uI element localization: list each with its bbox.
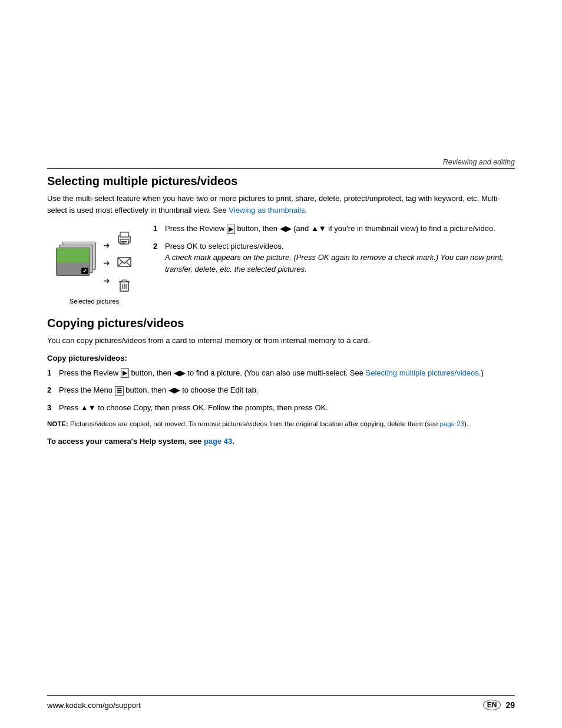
copy-step-3: 3 Press ▲▼ to choose Copy, then press OK… [47,402,515,414]
copy-step-content-3: Press ▲▼ to choose Copy, then press OK. … [59,402,515,414]
bottom-divider [47,695,515,696]
step-number-2: 2 [153,241,165,252]
trash-icon [116,277,133,294]
note-text: NOTE: Pictures/videos are copied, not mo… [47,419,515,429]
checkmark-icon: ✓ [81,268,88,274]
copying-heading: Copying pictures/videos [47,316,515,330]
en-badge: EN [483,700,501,710]
viewing-thumbnails-link[interactable]: Viewing as thumbnails [229,206,305,215]
multiselect-layout: ✓ ➜ ➜ ➜ [47,223,515,305]
section-label: Reviewing and editing [443,158,515,166]
steps-area: 1 Press the Review ▶ button, then ◀▶ (an… [153,223,515,281]
arrow-3: ➜ [103,276,110,285]
copy-step-number-3: 3 [47,402,59,414]
arrows-column: ➜ ➜ ➜ [103,236,110,285]
diagram-graphic: ✓ ➜ ➜ ➜ [56,228,133,294]
step-content-2: Press OK to select pictures/videos. A ch… [165,241,515,275]
selecting-intro: Use the multi-select feature when you ha… [47,193,515,216]
step-2-italic: A check mark appears on the picture. (Pr… [165,252,515,275]
copy-subheading: Copy pictures/videos: [47,354,515,363]
selecting-heading: Selecting multiple pictures/videos [47,174,515,188]
svg-rect-3 [121,241,127,242]
selecting-section: Selecting multiple pictures/videos Use t… [47,174,515,305]
diagram-area: ✓ ➜ ➜ ➜ [47,223,141,305]
copy-step-content-1: Press the Review ▶ button, then ◀▶ to fi… [59,367,515,379]
step-1: 1 Press the Review ▶ button, then ◀▶ (an… [153,223,515,235]
page-number: 29 [505,700,515,710]
copying-steps: 1 Press the Review ▶ button, then ◀▶ to … [47,367,515,414]
svg-rect-4 [121,243,125,244]
selecting-link[interactable]: Selecting multiple pictures/videos [366,368,479,377]
envelope-icon [116,253,133,270]
step-number-1: 1 [153,223,165,235]
menu-button-icon: ☰ [115,386,124,396]
icons-column [116,228,133,294]
arrow-1: ➜ [103,241,110,250]
review-button-icon-2: ▶ [121,368,129,378]
page43-link[interactable]: page 43 [204,437,232,446]
main-content: Selecting multiple pictures/videos Use t… [47,174,515,447]
copy-step-number-1: 1 [47,367,59,379]
page-wrapper: Reviewing and editing Selecting multiple… [0,0,562,728]
step-2: 2 Press OK to select pictures/videos. A … [153,241,515,275]
copy-step-number-2: 2 [47,384,59,396]
diagram-label: Selected pictures [70,297,119,305]
photo-stack: ✓ [56,242,97,280]
copy-step-1: 1 Press the Review ▶ button, then ◀▶ to … [47,367,515,379]
access-help: To access your camera's Help system, see… [47,436,515,447]
copy-step-2: 2 Press the Menu ☰ button, then ◀▶ to ch… [47,384,515,396]
photo-inner: ✓ [57,248,90,275]
copy-step-content-2: Press the Menu ☰ button, then ◀▶ to choo… [59,384,515,396]
page23-link[interactable]: page 23 [439,420,464,427]
page-footer: www.kodak.com/go/support EN 29 [47,700,515,710]
top-divider [47,168,515,169]
printer-icon [116,230,133,246]
copying-intro: You can copy pictures/videos from a card… [47,335,515,347]
svg-rect-10 [122,280,127,282]
arrow-2: ➜ [103,258,110,268]
review-button-icon-1: ▶ [227,225,235,234]
copying-section: Copying pictures/videos You can copy pic… [47,316,515,447]
svg-rect-1 [120,232,128,237]
photo-card-front: ✓ [56,248,90,276]
footer-url: www.kodak.com/go/support [47,701,141,710]
page-number-badge: EN 29 [483,700,515,710]
step-content-1: Press the Review ▶ button, then ◀▶ (and … [165,223,515,235]
